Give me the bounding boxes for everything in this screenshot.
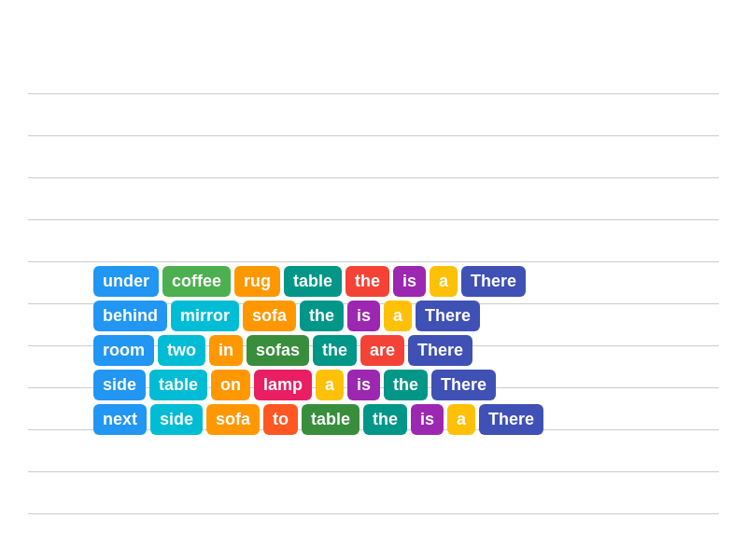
word-chip-the[interactable]: the bbox=[300, 301, 344, 331]
word-chip-there[interactable]: There bbox=[479, 404, 543, 435]
horizontal-line bbox=[28, 261, 719, 262]
word-row: roomtwoinsofastheareThere bbox=[93, 335, 543, 366]
word-chip-there[interactable]: There bbox=[461, 266, 526, 297]
word-chip-side[interactable]: side bbox=[93, 370, 146, 400]
word-row: nextsidesofatotabletheisaThere bbox=[93, 404, 543, 435]
word-chip-the[interactable]: the bbox=[384, 370, 428, 400]
word-chip-the[interactable]: the bbox=[363, 404, 407, 435]
word-chip-is[interactable]: is bbox=[411, 404, 444, 435]
word-chip-there[interactable]: There bbox=[408, 335, 472, 366]
word-chip-a[interactable]: a bbox=[430, 266, 458, 297]
word-chip-sofa[interactable]: sofa bbox=[243, 301, 296, 331]
horizontal-line bbox=[28, 219, 719, 220]
words-area: undercoffeerugtabletheisaTherebehindmirr… bbox=[93, 266, 543, 435]
horizontal-line bbox=[28, 135, 719, 136]
horizontal-line bbox=[28, 177, 719, 178]
word-chip-rug[interactable]: rug bbox=[234, 266, 280, 297]
word-chip-table[interactable]: table bbox=[302, 404, 359, 435]
word-chip-table[interactable]: table bbox=[149, 370, 207, 400]
word-chip-mirror[interactable]: mirror bbox=[171, 301, 239, 331]
word-chip-side[interactable]: side bbox=[150, 404, 203, 435]
word-chip-there[interactable]: There bbox=[431, 370, 496, 400]
word-chip-lamp[interactable]: lamp bbox=[254, 370, 312, 400]
word-row: sidetableonlampaistheThere bbox=[93, 370, 543, 400]
word-chip-the[interactable]: the bbox=[313, 335, 357, 366]
word-chip-coffee[interactable]: coffee bbox=[162, 266, 231, 297]
word-chip-sofas[interactable]: sofas bbox=[247, 335, 309, 366]
word-chip-a[interactable]: a bbox=[316, 370, 344, 400]
word-chip-under[interactable]: under bbox=[93, 266, 159, 297]
word-row: behindmirrorsofatheisaThere bbox=[93, 301, 543, 331]
horizontal-line bbox=[28, 513, 719, 514]
word-row: undercoffeerugtabletheisaThere bbox=[93, 266, 543, 297]
word-chip-table[interactable]: table bbox=[284, 266, 342, 297]
horizontal-line bbox=[28, 471, 719, 472]
word-chip-next[interactable]: next bbox=[93, 404, 147, 435]
word-chip-two[interactable]: two bbox=[158, 335, 205, 366]
horizontal-line bbox=[28, 93, 719, 94]
word-chip-is[interactable]: is bbox=[347, 301, 380, 331]
word-chip-is[interactable]: is bbox=[347, 370, 380, 400]
word-chip-sofa[interactable]: sofa bbox=[206, 404, 260, 435]
word-chip-a[interactable]: a bbox=[447, 404, 475, 435]
word-chip-on[interactable]: on bbox=[211, 370, 250, 400]
word-chip-in[interactable]: in bbox=[209, 335, 243, 366]
word-chip-the[interactable]: the bbox=[345, 266, 389, 297]
word-chip-behind[interactable]: behind bbox=[93, 301, 167, 331]
word-chip-to[interactable]: to bbox=[263, 404, 298, 435]
word-chip-room[interactable]: room bbox=[93, 335, 154, 366]
word-chip-a[interactable]: a bbox=[384, 301, 412, 331]
word-chip-is[interactable]: is bbox=[393, 266, 426, 297]
word-chip-are[interactable]: are bbox=[360, 335, 404, 366]
word-chip-there[interactable]: There bbox=[416, 301, 480, 331]
